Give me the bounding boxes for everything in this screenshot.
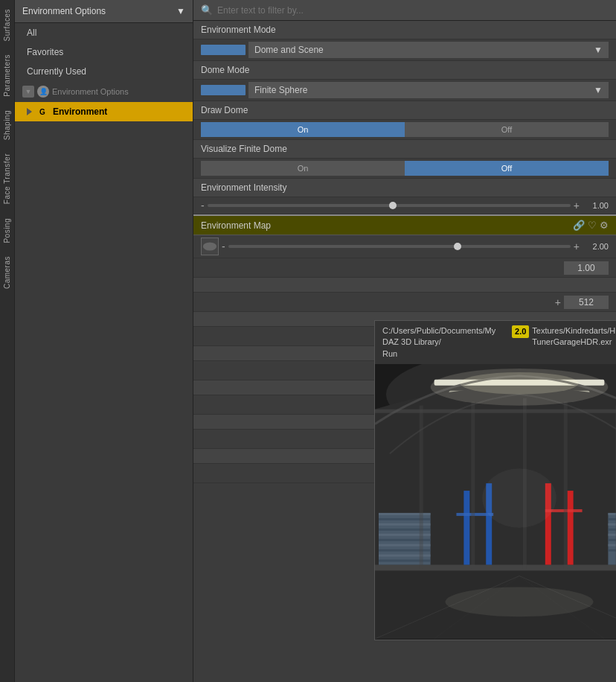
nav-favorites[interactable]: Favorites — [15, 42, 193, 62]
tab-shaping[interactable]: Shaping — [1, 104, 13, 146]
tab-surfaces[interactable]: Surfaces — [1, 3, 13, 47]
svg-rect-40 — [420, 406, 423, 569]
nav-currently-used[interactable]: Currently Used — [15, 62, 193, 81]
tree-header: ▼ 👤 Environment Options — [15, 81, 193, 102]
side-tabs: Surfaces Parameters Shaping Face Transfe… — [0, 0, 15, 682]
vis-dome-label: Visualize Finite Dome — [193, 140, 616, 159]
env-mode-dropdown-arrow-icon: ▼ — [594, 45, 603, 55]
draw-dome-off-btn[interactable]: Off — [405, 122, 609, 137]
env-map-slider[interactable] — [228, 245, 571, 248]
tooltip-popup: C:/Users/Public/Documents/My DAZ 3D Libr… — [374, 320, 616, 640]
env-map-plus-icon[interactable]: + — [574, 240, 580, 252]
svg-rect-26 — [608, 518, 616, 520]
extra-row-1: 1.00 — [193, 258, 616, 278]
environment-g-icon: G — [36, 106, 48, 118]
svg-point-46 — [460, 372, 578, 395]
env-map-thumb-knob[interactable] — [454, 243, 461, 250]
env-map-value: 2.00 — [583, 242, 609, 251]
tree-group-icon: ▼ — [22, 86, 34, 98]
tree-person-icon: 👤 — [37, 86, 49, 98]
env-map-label: Environment Map — [201, 220, 271, 231]
draw-dome-control: On Off — [193, 120, 616, 140]
svg-rect-7 — [375, 565, 616, 571]
tab-posing[interactable]: Posing — [1, 212, 13, 249]
tooltip-path-rest: Textures/Kindredarts/HDRSTRTX/TunerGarag… — [532, 325, 616, 348]
tree-environment-label: Environment — [53, 106, 107, 117]
tab-cameras[interactable]: Cameras — [1, 250, 13, 295]
svg-rect-39 — [375, 409, 616, 413]
env-intensity-minus-icon[interactable]: - — [201, 200, 205, 211]
env-map-gear-icon[interactable]: ⚙ — [600, 220, 609, 231]
draw-dome-label: Draw Dome — [193, 101, 616, 120]
dome-mode-value: Finite Sphere — [254, 85, 307, 95]
tree-group-label: Environment Options — [52, 87, 129, 96]
svg-point-47 — [446, 587, 594, 617]
svg-rect-30 — [608, 539, 616, 541]
svg-rect-33 — [463, 491, 469, 564]
tooltip-path-text: C:/Users/Public/Documents/My DAZ 3D Libr… — [375, 321, 616, 364]
extra-plus-2-icon[interactable]: + — [555, 296, 561, 308]
dropdown-arrow-icon: ▼ — [176, 6, 185, 16]
env-mode-label: Environment Mode — [193, 21, 616, 39]
tab-parameters[interactable]: Parameters — [1, 48, 13, 103]
env-options-header[interactable]: Environment Options ▼ — [15, 0, 193, 23]
tree-environment-item[interactable]: G Environment — [15, 102, 193, 121]
right-panel: 🔍 Environment Mode Dome and Scene ▼ Dome… — [193, 0, 616, 682]
env-mode-blue-bar — [201, 45, 246, 55]
env-mode-dropdown[interactable]: Dome and Scene ▼ — [248, 42, 609, 58]
vis-dome-on-btn[interactable]: On — [201, 161, 405, 176]
vis-dome-toggle[interactable]: On Off — [201, 161, 609, 176]
vis-dome-off-btn[interactable]: Off — [405, 161, 609, 176]
svg-rect-32 — [608, 549, 616, 552]
extra-row-2: + 512 — [193, 293, 616, 312]
env-map-slider-row: - + 2.00 — [193, 235, 616, 258]
svg-rect-36 — [568, 491, 574, 564]
vis-dome-control: On Off — [193, 159, 616, 179]
env-intensity-thumb[interactable] — [389, 202, 397, 209]
env-intensity-control: - + 1.00 — [193, 197, 616, 214]
main-container: Environment Options ▼ All Favorites Curr… — [15, 0, 616, 682]
dome-mode-dropdown-arrow-icon: ▼ — [594, 85, 603, 95]
env-intensity-label: Environment Intensity — [193, 179, 616, 197]
svg-rect-43 — [564, 402, 568, 569]
env-options-label: Environment Options — [22, 6, 106, 16]
svg-rect-25 — [608, 513, 616, 515]
search-icon: 🔍 — [201, 4, 213, 16]
dome-mode-dropdown[interactable]: Finite Sphere ▼ — [248, 82, 609, 98]
spacer-row-1 — [193, 278, 616, 293]
svg-point-48 — [482, 468, 556, 528]
search-input[interactable] — [217, 5, 609, 16]
tab-face-transfer[interactable]: Face Transfer — [1, 147, 13, 210]
expand-arrow-icon — [27, 108, 32, 115]
svg-rect-31 — [608, 544, 616, 546]
tooltip-path-main: C:/Users/Public/Documents/My DAZ 3D Libr… — [382, 325, 509, 360]
tooltip-garage-image — [375, 364, 616, 640]
extra-value-1: 1.00 — [564, 261, 609, 275]
svg-rect-27 — [608, 523, 616, 526]
env-map-icons: 🔗 ♡ ⚙ — [573, 220, 609, 231]
nav-all[interactable]: All — [15, 23, 193, 42]
env-mode-control: Dome and Scene ▼ — [193, 39, 616, 61]
svg-rect-29 — [608, 534, 616, 536]
left-panel: Environment Options ▼ All Favorites Curr… — [15, 0, 193, 682]
draw-dome-toggle[interactable]: On Off — [201, 122, 609, 137]
svg-point-1 — [203, 243, 216, 251]
svg-rect-28 — [608, 529, 616, 531]
env-map-label-row: Environment Map 🔗 ♡ ⚙ — [193, 214, 616, 235]
dome-mode-control: Finite Sphere ▼ — [193, 80, 616, 101]
env-map-link-icon[interactable]: 🔗 — [573, 220, 585, 231]
dome-mode-blue-bar — [201, 85, 246, 95]
search-bar: 🔍 — [193, 0, 616, 21]
env-intensity-slider[interactable] — [208, 204, 571, 207]
env-map-heart-icon[interactable]: ♡ — [588, 220, 597, 231]
env-map-minus-icon[interactable]: - — [222, 240, 225, 252]
tooltip-badge: 2.0 — [512, 325, 529, 338]
draw-dome-on-btn[interactable]: On — [201, 122, 405, 137]
env-map-thumbnail — [201, 238, 219, 255]
env-intensity-plus-icon[interactable]: + — [574, 200, 580, 211]
svg-rect-41 — [471, 402, 475, 569]
extra-value-2: 512 — [564, 296, 609, 309]
env-intensity-value: 1.00 — [583, 201, 609, 210]
env-mode-value: Dome and Scene — [254, 45, 324, 55]
dome-mode-label: Dome Mode — [193, 61, 616, 80]
